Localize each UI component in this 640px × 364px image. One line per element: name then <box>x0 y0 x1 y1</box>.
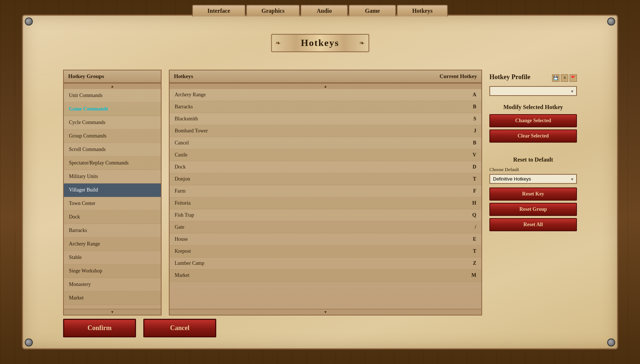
hotkey-row-krepost[interactable]: Krepost T <box>170 245 481 257</box>
middle-panel: Hotkeys Current Hotkey ▲ Archery Range A… <box>169 70 482 315</box>
hotkey-row-house[interactable]: House E <box>170 233 481 245</box>
hotkey-row-castle[interactable]: Castle V <box>170 149 481 161</box>
screw-top-left <box>25 18 33 26</box>
hotkey-row-fish-trap[interactable]: Fish Trap Q <box>170 209 481 221</box>
tab-graphics[interactable]: Graphics <box>246 5 300 16</box>
reset-section: Reset to Default Choose Default Definiti… <box>489 156 577 233</box>
right-panel: Hotkey Profile 💾 ✕ 🚩 Modify Selected Hot… <box>489 70 577 315</box>
screw-top-right <box>607 18 615 26</box>
tab-interface[interactable]: Interface <box>192 5 245 16</box>
group-item-dock[interactable]: Dock <box>64 210 161 224</box>
hotkeys-label: Hotkeys <box>174 73 193 80</box>
hotkey-row-gate[interactable]: Gate / <box>170 221 481 233</box>
left-panel-scroll[interactable]: Unit Commands Game Commands Cycle Comman… <box>64 89 161 309</box>
group-item-monastery[interactable]: Monastery <box>64 278 161 291</box>
group-item-archery-range[interactable]: Archery Range <box>64 237 161 251</box>
hotkey-name: Feitoria <box>175 200 191 206</box>
group-item-unit-commands[interactable]: Unit Commands <box>64 89 161 102</box>
content-area: Hotkey Groups ▲ Unit Commands Game Comma… <box>63 70 577 315</box>
hotkey-key: H <box>465 200 476 206</box>
default-dropdown[interactable]: Definitive Hotkeys Legacy Hotkeys Custom <box>489 174 577 184</box>
reset-group-button[interactable]: Reset Group <box>489 203 577 216</box>
modify-title: Modify Selected Hotkey <box>489 104 577 111</box>
hotkey-row-farm[interactable]: Farm F <box>170 185 481 197</box>
bottom-buttons: Confirm Cancel <box>63 319 216 337</box>
hotkey-name: Donjon <box>175 176 190 182</box>
profile-delete-icon[interactable]: ✕ <box>561 74 568 82</box>
hotkey-key: Q <box>465 212 476 218</box>
hotkey-row-cancel[interactable]: Cancel B <box>170 137 481 149</box>
hotkey-row-market[interactable]: Market M <box>170 270 481 282</box>
group-item-cycle-commands[interactable]: Cycle Commands <box>64 116 161 129</box>
group-item-stable[interactable]: Stable <box>64 251 161 264</box>
hotkey-key: E <box>465 236 476 242</box>
hotkey-key: A <box>465 92 476 98</box>
change-selected-button[interactable]: Change Selected <box>489 114 577 127</box>
hotkey-row-barracks[interactable]: Barracks B <box>170 101 481 113</box>
profile-save-icon[interactable]: 💾 <box>552 74 559 82</box>
hotkey-key: S <box>465 116 476 122</box>
confirm-button[interactable]: Confirm <box>63 319 136 337</box>
reset-title: Reset to Default <box>489 156 577 163</box>
screw-bottom-right <box>607 338 615 346</box>
tab-game[interactable]: Game <box>349 5 396 16</box>
scroll-down-middle[interactable]: ▼ <box>170 309 481 315</box>
hotkey-name: House <box>175 236 188 242</box>
scroll-up-left[interactable]: ▲ <box>64 83 161 89</box>
hotkey-row-bombard-tower[interactable]: Bombard Tower J <box>170 125 481 137</box>
hotkey-key: M <box>465 272 476 278</box>
scroll-down-left[interactable]: ▼ <box>64 309 161 315</box>
hotkey-row-donjon[interactable]: Donjon T <box>170 173 481 185</box>
profile-icons: 💾 ✕ 🚩 <box>552 74 577 82</box>
hotkey-name: Market <box>175 272 189 278</box>
hotkey-row-feitoria[interactable]: Feitoria H <box>170 197 481 209</box>
hotkey-row-lumber-camp[interactable]: Lumber Camp Z <box>170 257 481 270</box>
modify-section: Modify Selected Hotkey Change Selected C… <box>489 104 577 145</box>
title-ornament: Hotkeys <box>271 34 369 52</box>
group-item-villager-build[interactable]: Villager Build <box>64 183 161 197</box>
page-title: Hotkeys <box>301 38 339 48</box>
hotkey-name: Bombard Tower <box>175 128 208 134</box>
group-item-spectator-replay[interactable]: Spectator/Replay Commands <box>64 156 161 170</box>
hotkey-key: D <box>465 164 476 170</box>
group-item-siege-workshop[interactable]: Siege Workshop <box>64 264 161 278</box>
hotkey-name: Blacksmith <box>175 116 198 122</box>
group-item-group-commands[interactable]: Group Commands <box>64 129 161 143</box>
profile-dropdown[interactable] <box>489 86 577 96</box>
main-parchment: Hotkeys Hotkey Groups ▲ Unit Commands Ga… <box>22 15 618 349</box>
group-item-town-center[interactable]: Town Center <box>64 197 161 210</box>
hotkey-key: J <box>465 128 476 134</box>
current-hotkey-label: Current Hotkey <box>439 73 477 80</box>
tab-hotkeys[interactable]: Hotkeys <box>397 5 448 16</box>
reset-key-button[interactable]: Reset Key <box>489 187 577 201</box>
cancel-button[interactable]: Cancel <box>143 319 216 337</box>
group-item-game-commands[interactable]: Game Commands <box>64 102 161 116</box>
group-item-barracks[interactable]: Barracks <box>64 224 161 237</box>
top-nav: Interface Graphics Audio Game Hotkeys <box>0 0 640 16</box>
group-item-scroll-commands[interactable]: Scroll Commands <box>64 143 161 156</box>
hotkey-name: Cancel <box>175 140 189 146</box>
hotkey-row-blacksmith[interactable]: Blacksmith S <box>170 113 481 125</box>
hotkey-name: Archery Range <box>175 92 206 98</box>
reset-all-button[interactable]: Reset All <box>489 218 577 231</box>
hotkey-row-archery-range[interactable]: Archery Range A <box>170 89 481 101</box>
hotkey-name: Krepost <box>175 248 191 254</box>
scroll-up-middle[interactable]: ▲ <box>170 83 481 89</box>
hotkey-key: V <box>465 152 476 158</box>
left-panel-header: Hotkey Groups <box>64 70 161 83</box>
hotkey-key: B <box>465 104 476 110</box>
hotkey-key: / <box>465 224 476 230</box>
group-item-military-units[interactable]: Military Units <box>64 170 161 183</box>
clear-selected-button[interactable]: Clear Selected <box>489 129 577 143</box>
tab-audio[interactable]: Audio <box>300 5 348 16</box>
hotkey-key: Z <box>465 260 476 266</box>
profile-dropdown-wrapper <box>489 86 577 96</box>
profile-flag-icon[interactable]: 🚩 <box>570 74 577 82</box>
hotkey-scroll[interactable]: Archery Range A Barracks B Blacksmith S … <box>170 89 481 309</box>
hotkey-name: Gate <box>175 224 184 230</box>
hotkey-key: T <box>465 248 476 254</box>
choose-default-label: Choose Default <box>489 167 577 173</box>
group-item-market[interactable]: Market <box>64 291 161 305</box>
hotkey-row-dock[interactable]: Dock D <box>170 161 481 173</box>
hotkey-name: Castle <box>175 152 187 158</box>
